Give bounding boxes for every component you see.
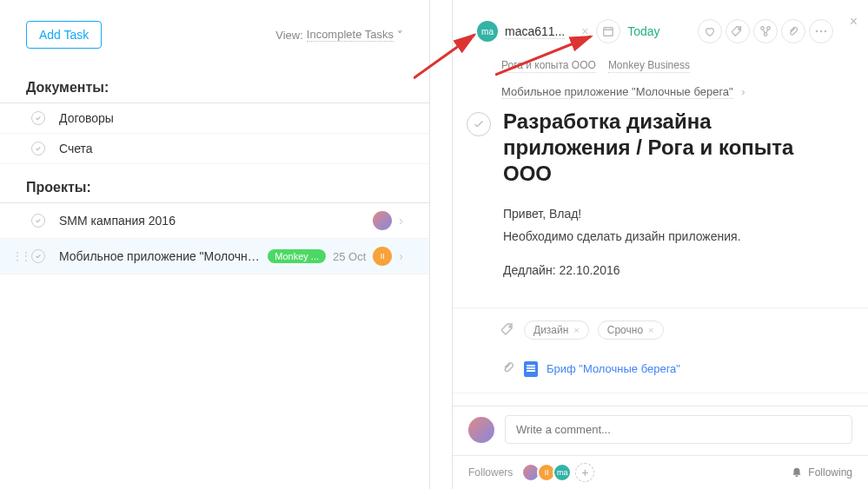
comment-bar <box>453 406 868 453</box>
check-circle-icon[interactable] <box>31 249 45 263</box>
more-icon[interactable] <box>809 19 833 43</box>
add-follower-button[interactable]: + <box>575 463 594 482</box>
tag-icon[interactable] <box>726 19 750 43</box>
close-icon[interactable]: × <box>850 14 858 30</box>
svg-point-6 <box>820 30 822 32</box>
view-selector[interactable]: View: Incomplete Tasks ˅ <box>275 28 403 42</box>
due-date-label[interactable]: Today <box>627 24 659 38</box>
task-name: Договоры <box>59 111 403 125</box>
task-description[interactable]: Привет, Влад! Необходимо сделать дизайн … <box>453 190 868 290</box>
breadcrumb-item[interactable]: Monkey Business <box>608 59 690 73</box>
bell-icon <box>791 466 803 479</box>
svg-point-2 <box>761 27 765 30</box>
task-list-panel: Add Task View: Incomplete Tasks ˅ Докуме… <box>0 0 430 489</box>
check-circle-icon[interactable] <box>31 142 45 155</box>
assignee-avatar[interactable]: ma <box>477 21 498 42</box>
tags-row: Дизайн× Срочно× <box>453 307 868 352</box>
following-label: Following <box>808 466 852 479</box>
description-line: Необходимо сделать дизайн приложения. <box>503 227 833 246</box>
current-user-avatar <box>468 417 494 443</box>
svg-rect-0 <box>604 28 613 36</box>
tag-chip[interactable]: Дизайн× <box>524 320 589 340</box>
tag-label: Срочно <box>607 324 643 336</box>
comment-input[interactable] <box>505 415 852 444</box>
description-line: Привет, Влад! <box>503 204 833 223</box>
chevron-right-icon: › <box>399 249 403 263</box>
task-name: SMM кампания 2016 <box>59 214 366 228</box>
assignee-avatar[interactable] <box>373 211 392 230</box>
following-button[interactable]: Following <box>791 466 852 479</box>
task-row[interactable]: Счета <box>0 134 429 164</box>
check-circle-icon[interactable] <box>31 214 45 228</box>
task-title[interactable]: Разработка дизайна приложения / Рога и к… <box>503 109 844 187</box>
remove-tag-icon[interactable]: × <box>573 325 579 335</box>
remove-assignee-icon[interactable]: × <box>577 23 593 39</box>
attachment-link[interactable]: Бриф "Молочные берега" <box>547 362 680 375</box>
parent-project-line: Мобильное приложение "Молочные берега" › <box>453 78 868 102</box>
view-label: View: <box>275 29 303 42</box>
due-date: 25 Oct <box>333 250 366 263</box>
chevron-down-icon: ˅ <box>397 29 403 42</box>
task-row-selected[interactable]: Мобильное приложение "Молочные берега" M… <box>0 239 429 274</box>
svg-point-1 <box>739 29 740 30</box>
task-row[interactable]: Договоры <box>0 103 429 134</box>
view-value: Incomplete Tasks <box>307 28 394 42</box>
svg-point-4 <box>764 33 767 36</box>
assignee-name[interactable]: maca611... <box>505 24 565 39</box>
attachment-row: Бриф "Молочные берега" <box>453 352 868 393</box>
task-name: Счета <box>59 142 403 155</box>
breadcrumb: Рога и копыта ООО Monkey Business <box>453 54 868 78</box>
google-doc-icon <box>524 361 538 377</box>
svg-point-8 <box>509 326 511 327</box>
project-tag[interactable]: Monkey ... <box>268 249 326 263</box>
assignee-avatar[interactable]: II <box>373 247 392 266</box>
follower-avatar[interactable]: ma <box>553 463 572 482</box>
complete-task-button[interactable] <box>467 112 491 136</box>
parent-project-link[interactable]: Мобильное приложение "Молочные берега" <box>501 85 733 99</box>
section-header-projects: Проекты: <box>0 171 429 203</box>
breadcrumb-item[interactable]: Рога и копыта ООО <box>501 59 596 73</box>
svg-point-7 <box>825 30 826 32</box>
section-header-documents: Документы: <box>0 71 429 103</box>
tag-label: Дизайн <box>533 324 568 336</box>
like-icon[interactable] <box>698 19 722 43</box>
tag-icon <box>501 322 515 339</box>
subtask-icon[interactable] <box>753 19 778 43</box>
task-row[interactable]: SMM кампания 2016 › <box>0 203 429 239</box>
followers-label: Followers <box>468 466 513 479</box>
attachment-icon[interactable] <box>781 19 805 43</box>
svg-point-3 <box>767 27 771 30</box>
description-line: Дедлайн: 22.10.2016 <box>503 261 833 280</box>
calendar-icon[interactable] <box>596 19 620 43</box>
paperclip-icon <box>501 360 515 377</box>
remove-tag-icon[interactable]: × <box>648 325 653 335</box>
chevron-right-icon: › <box>741 85 745 98</box>
task-name: Мобильное приложение "Молочные берега" <box>59 249 262 263</box>
followers-bar: Followers II ma + Following <box>453 455 868 489</box>
task-detail-panel: ma maca611... × Today × Рога и копыта ОО… <box>452 0 868 489</box>
svg-point-5 <box>816 30 818 32</box>
chevron-right-icon: › <box>399 214 403 228</box>
check-circle-icon[interactable] <box>31 111 45 125</box>
tag-chip[interactable]: Срочно× <box>598 320 664 340</box>
add-task-button[interactable]: Add Task <box>26 21 102 49</box>
